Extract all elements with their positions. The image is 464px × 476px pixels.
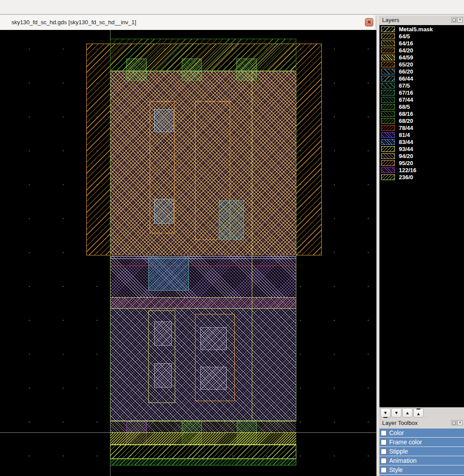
toolbox-item-style[interactable]: Style [379,465,464,474]
layer-row-66-44[interactable]: 66/44 [379,75,464,82]
layer-nav-row: ▼▼▲▲····· [379,407,464,418]
right-panel: Layers ✕ Metal5.mask64/564/1664/2064/596… [379,15,464,476]
toolbox-item-animation[interactable]: Animation [379,456,464,465]
layer-swatch-icon[interactable] [381,160,395,166]
document-tab-bar[interactable]: sky130_fd_sc_hd.gds [sky130_fd_sc_hd__in… [0,15,376,30]
layer-row-122-16[interactable]: 122/16 [379,166,464,173]
move-layer-up-button[interactable]: ▲ [402,408,412,417]
arrow-down-icon: ▼ [383,409,388,418]
layer-list[interactable]: Metal5.mask64/564/1664/2064/5965/2066/20… [379,25,464,407]
layer-swatch-icon[interactable] [381,111,395,117]
layer-row-64-59[interactable]: 64/59 [379,54,464,61]
toolbox-checkbox[interactable] [381,439,387,445]
layer-toolbox-list: ColorFrame colorStippleAnimationStyleVis… [379,428,464,476]
layer-row-65-20[interactable]: 65/20 [379,61,464,68]
toolbox-item-visibility[interactable]: Visibility [379,474,464,476]
toolbox-checkbox[interactable] [381,458,387,464]
layer-swatch-icon[interactable] [381,125,395,131]
layer-row-Metal5-mask[interactable]: Metal5.mask [379,26,464,33]
layer-swatch-icon[interactable] [381,62,395,67]
layer-row-93-44[interactable]: 93/44 [379,145,464,152]
layer-label: 122/16 [399,167,416,173]
layer-label: Metal5.mask [399,26,433,33]
layer-row-64-5[interactable]: 64/5 [379,33,464,40]
layer-swatch-icon[interactable] [381,90,395,96]
layer-swatch-icon[interactable] [381,118,395,124]
layer-row-67-5[interactable]: 67/5 [379,82,464,89]
layer-row-66-20[interactable]: 66/20 [379,68,464,75]
layer-label: 93/44 [399,146,413,152]
layer-swatch-icon[interactable] [381,26,395,32]
layer-swatch-icon[interactable] [381,69,395,74]
layer-toolbox-title: Layer Toolbox [382,420,418,426]
layer-swatch-icon[interactable] [381,41,395,46]
layer-row-68-20[interactable]: 68/20 [379,117,464,124]
vss-rail-band-1 [110,432,296,445]
toolbox-item-color[interactable]: Color [379,428,464,437]
layer-label: 68/16 [399,111,413,117]
toolbox-item-label: Animation [389,457,416,464]
layer-label: 66/20 [399,68,413,75]
layer-row-67-44[interactable]: 67/44 [379,96,464,103]
layer-row-68-5[interactable]: 68/5 [379,103,464,110]
arrow-down-icon: ▼ [394,409,399,417]
layer-row-94-20[interactable]: 94/20 [379,152,464,159]
tab-close-icon[interactable]: ✕ [365,18,373,26]
layer-row-81-4[interactable]: 81/4 [379,131,464,138]
layer-swatch-icon[interactable] [381,153,395,159]
layer-swatch-icon[interactable] [381,167,395,173]
layer-row-67-16[interactable]: 67/16 [379,89,464,96]
move-layer-down-button[interactable]: ▼ [391,408,401,417]
layer-swatch-icon[interactable] [381,48,395,53]
layer-swatch-icon[interactable] [381,33,395,39]
toolbox-checkbox[interactable] [381,430,387,436]
toolbox-item-label: Frame color [389,439,422,446]
toolbox-item-stipple[interactable]: Stipple [379,446,464,456]
layer-swatch-icon[interactable] [381,139,395,145]
cell-select-outline [110,71,296,421]
layer-row-64-16[interactable]: 64/16 [379,40,464,47]
layers-panel-restore-icon[interactable] [451,17,457,22]
layer-row-236-0[interactable]: 236/0 [379,173,464,181]
layer-row-68-16[interactable]: 68/16 [379,110,464,117]
layer-swatch-icon[interactable] [381,104,395,110]
toolbox-item-frame-color[interactable]: Frame color [379,437,464,446]
layer-swatch-icon[interactable] [381,97,395,103]
layer-row-64-20[interactable]: 64/20 [379,47,464,54]
layer-row-83-44[interactable]: 83/44 [379,138,464,145]
layer-swatch-icon[interactable] [381,146,395,152]
toolbox-item-label: Color [389,429,404,436]
toolbox-checkbox[interactable] [381,449,387,454]
layers-panel-title: Layers [382,17,399,23]
layer-swatch-icon[interactable] [381,174,395,180]
layer-label: 81/4 [399,132,410,138]
layers-panel-close-icon[interactable]: ✕ [457,17,463,22]
layer-label: 64/20 [399,47,413,54]
layer-label: 68/5 [399,103,410,110]
layer-toolbox-close-icon[interactable]: ✕ [457,420,463,425]
layer-swatch-icon[interactable] [381,76,395,81]
layer-row-95-20[interactable]: 95/20 [379,159,464,166]
layer-label: 67/44 [399,96,413,103]
layer-row-78-44[interactable]: 78/44 [379,124,464,131]
layer-label: 95/20 [399,160,413,166]
arrow-up-icon: ▲ [405,409,410,417]
layer-label: 67/16 [399,89,413,96]
toolbox-item-label: Style [389,466,403,473]
document-tab-title: sky130_fd_sc_hd.gds [sky130_fd_sc_hd__in… [11,19,136,26]
vss-rail-band-3 [110,459,296,465]
layer-swatch-icon[interactable] [381,55,395,60]
layer-label: 67/5 [399,82,410,89]
layer-swatch-icon[interactable] [381,132,395,138]
vss-rail-band-2 [110,445,296,459]
layer-swatch-icon[interactable] [381,83,395,89]
layer-label: 64/16 [399,40,413,47]
panel-splitter[interactable] [376,15,379,476]
move-layer-to-bottom-button[interactable]: ▼ [380,408,390,417]
toolbox-checkbox[interactable] [381,467,387,473]
layout-canvas[interactable] [0,30,376,476]
layer-toolbox-restore-icon[interactable] [451,420,457,425]
layer-label: 78/44 [399,125,413,131]
layers-panel-header: Layers ✕ [379,15,464,25]
layer-label: 83/44 [399,139,413,145]
